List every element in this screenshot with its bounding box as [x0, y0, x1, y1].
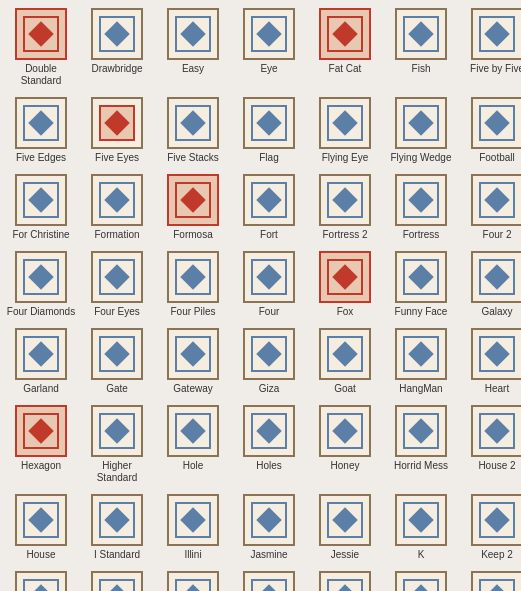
tile-inner	[175, 502, 211, 538]
diamond-icon	[332, 418, 357, 443]
list-item[interactable]: Five Edges	[4, 93, 78, 168]
diamond-icon	[484, 264, 509, 289]
list-item[interactable]: Four 2	[460, 170, 521, 245]
list-item[interactable]: Fish	[384, 4, 458, 91]
list-item[interactable]: Formation	[80, 170, 154, 245]
list-item[interactable]: Football	[460, 93, 521, 168]
list-item[interactable]: K	[384, 490, 458, 565]
quilt-tile	[243, 174, 295, 226]
diamond-icon	[408, 187, 433, 212]
quilt-tile	[167, 174, 219, 226]
list-item[interactable]: Fortress	[384, 170, 458, 245]
diamond-icon	[484, 187, 509, 212]
quilt-tile	[395, 251, 447, 303]
list-item[interactable]: Goat	[308, 324, 382, 399]
list-item[interactable]: Easy	[156, 4, 230, 91]
list-item[interactable]: Five Stacks	[156, 93, 230, 168]
list-item[interactable]: Giza	[232, 324, 306, 399]
tile-inner	[479, 579, 515, 591]
list-item[interactable]: Gateway	[156, 324, 230, 399]
tile-inner	[23, 16, 59, 52]
list-item[interactable]: Jessie	[308, 490, 382, 565]
list-item[interactable]: House	[4, 490, 78, 565]
item-label: Funny Face	[395, 306, 448, 318]
list-item[interactable]: Gate	[80, 324, 154, 399]
list-item[interactable]: Hole	[156, 401, 230, 488]
list-item[interactable]: Flag	[232, 93, 306, 168]
list-item[interactable]: Garland	[4, 324, 78, 399]
list-item[interactable]: Keep 2	[460, 490, 521, 565]
list-item[interactable]: Four Piles	[156, 247, 230, 322]
diamond-icon	[332, 187, 357, 212]
list-item[interactable]: Funny Face	[384, 247, 458, 322]
list-item[interactable]: Drawbridge	[80, 4, 154, 91]
list-item[interactable]: Fortress 2	[308, 170, 382, 245]
list-item[interactable]: Kids 68	[460, 567, 521, 591]
item-label: Four Piles	[170, 306, 215, 318]
list-item[interactable]: I Standard	[80, 490, 154, 565]
list-item[interactable]: Double Standard	[4, 4, 78, 91]
quilt-tile	[91, 405, 143, 457]
list-item[interactable]: Five by Five	[460, 4, 521, 91]
diamond-icon	[256, 110, 281, 135]
list-item[interactable]: Heart	[460, 324, 521, 399]
diamond-icon	[484, 418, 509, 443]
list-item[interactable]: Holes	[232, 401, 306, 488]
list-item[interactable]: Five Eyes	[80, 93, 154, 168]
tile-inner	[175, 259, 211, 295]
list-item[interactable]: For Christine	[4, 170, 78, 245]
tile-inner	[479, 336, 515, 372]
list-item[interactable]: Eye	[232, 4, 306, 91]
quilt-tile	[471, 494, 521, 546]
diamond-icon	[28, 507, 53, 532]
item-label: Jessie	[331, 549, 359, 561]
quilt-tile	[471, 571, 521, 591]
list-item[interactable]: Honey	[308, 401, 382, 488]
list-item[interactable]: Formosa	[156, 170, 230, 245]
list-item[interactable]: Kids 60	[384, 567, 458, 591]
list-item[interactable]: Flying Eye	[308, 93, 382, 168]
item-label: Gate	[106, 383, 128, 395]
list-item[interactable]: Four Eyes	[80, 247, 154, 322]
quilt-tile	[167, 405, 219, 457]
tile-inner	[99, 182, 135, 218]
list-item[interactable]: Fort	[232, 170, 306, 245]
list-item[interactable]: Flying Wedge	[384, 93, 458, 168]
list-item[interactable]: Kids 44	[232, 567, 306, 591]
list-item[interactable]: Galaxy	[460, 247, 521, 322]
quilt-tile	[243, 571, 295, 591]
list-item[interactable]: Horrid Mess	[384, 401, 458, 488]
list-item[interactable]: The Keep	[80, 567, 154, 591]
list-item[interactable]: Kids 52	[308, 567, 382, 591]
list-item[interactable]: Hexagon	[4, 401, 78, 488]
tile-inner	[403, 579, 439, 591]
quilt-tile	[471, 251, 521, 303]
list-item[interactable]: Fat Cat	[308, 4, 382, 91]
list-item[interactable]: Fox	[308, 247, 382, 322]
list-item[interactable]: Illini	[156, 490, 230, 565]
list-item[interactable]: HangMan	[384, 324, 458, 399]
tile-inner	[175, 413, 211, 449]
tile-inner	[327, 105, 363, 141]
tile-inner	[479, 502, 515, 538]
list-item[interactable]: House 2	[460, 401, 521, 488]
item-label: Heart	[485, 383, 509, 395]
list-item[interactable]: Four Diamonds	[4, 247, 78, 322]
quilt-tile	[15, 251, 67, 303]
tile-inner	[479, 105, 515, 141]
item-label: Goat	[334, 383, 356, 395]
diamond-icon	[484, 507, 509, 532]
diamond-icon	[104, 110, 129, 135]
list-item[interactable]: Keep 3	[4, 567, 78, 591]
item-label: Football	[479, 152, 515, 164]
diamond-icon	[256, 341, 281, 366]
diamond-icon	[256, 264, 281, 289]
list-item[interactable]: Kids 36	[156, 567, 230, 591]
list-item[interactable]: Jasmine	[232, 490, 306, 565]
list-item[interactable]: Four	[232, 247, 306, 322]
list-item[interactable]: Higher Standard	[80, 401, 154, 488]
tile-inner	[99, 105, 135, 141]
tile-inner	[327, 182, 363, 218]
tile-inner	[403, 259, 439, 295]
quilt-tile	[91, 251, 143, 303]
